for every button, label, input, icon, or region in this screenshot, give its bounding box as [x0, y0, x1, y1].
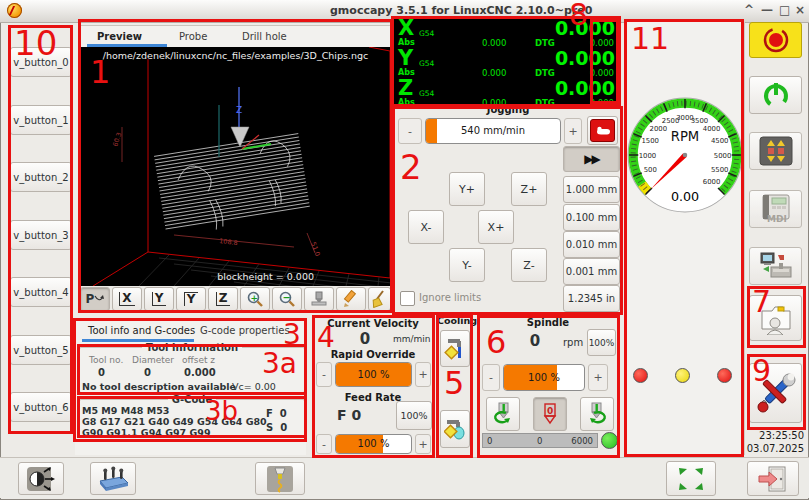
- z-axis-label: Z: [236, 105, 242, 115]
- jog-z-plus-button[interactable]: Z+: [511, 172, 547, 206]
- jog-speed-slider[interactable]: 540 mm/min: [425, 118, 561, 144]
- setup-page-button[interactable]: [749, 295, 802, 341]
- hand-icon: [595, 124, 611, 137]
- rapid-override-title: Rapid Override: [313, 349, 433, 360]
- close-icon[interactable]: ×: [795, 3, 805, 17]
- tab-tool-info[interactable]: Tool info and G-codes: [88, 325, 195, 336]
- spindle-override-slider[interactable]: 100 %: [503, 364, 585, 391]
- touch-plate-button[interactable]: [90, 462, 136, 495]
- mdi-mode-button[interactable]: MDI: [749, 190, 802, 228]
- clear-plot-button[interactable]: [368, 287, 391, 311]
- dimension-label-bottom: 108.8: [219, 237, 238, 247]
- sidebar-v-button-1[interactable]: v_button_1: [10, 105, 72, 135]
- cooling-frame-title: Cooling: [437, 315, 473, 326]
- feed-override-plus-button[interactable]: +: [415, 434, 431, 454]
- spindle-override-minus-button[interactable]: -: [482, 364, 500, 391]
- spindle-rpm-unit: rpm: [563, 337, 583, 348]
- zoom-in-button[interactable]: +: [240, 287, 270, 311]
- feed-reset-button[interactable]: 100%: [396, 401, 432, 430]
- sidebar-v-button-0[interactable]: v_button_0: [10, 47, 72, 77]
- broom-icon: [371, 290, 389, 308]
- sidebar-v-button-6[interactable]: v_button_6: [10, 392, 72, 422]
- tab-gcode-properties[interactable]: G-code properties: [200, 325, 290, 336]
- exit-button[interactable]: [747, 461, 799, 496]
- tool-dimensions-button[interactable]: [304, 287, 334, 311]
- tab-probe[interactable]: Probe: [179, 31, 207, 42]
- feed-override-minus-button[interactable]: -: [316, 434, 332, 454]
- mist-coolant-button[interactable]: [440, 410, 470, 448]
- edit-gcode-button[interactable]: [336, 287, 366, 311]
- spindle-bar-current: 0: [537, 436, 542, 446]
- tool-measure-button[interactable]: [255, 462, 305, 495]
- gremlin-3d-preview[interactable]: /home/zdenek/linuxcnc/nc_files/examples/…: [79, 47, 392, 286]
- tab-preview[interactable]: Preview: [97, 31, 142, 42]
- keep-above-icon[interactable]: ^: [744, 3, 754, 17]
- jog-z-minus-button[interactable]: Z-: [511, 248, 547, 282]
- jog-y-minus-button[interactable]: Y-: [449, 248, 485, 282]
- svg-text:5500: 5500: [711, 166, 729, 174]
- estop-button[interactable]: [749, 22, 802, 58]
- gcode-frame: G-Code M5 M9 M48 M53 G8 G17 G21 G40 G49 …: [79, 399, 305, 438]
- spindle-reset-button[interactable]: 100%: [587, 329, 616, 356]
- sidebar-v-button-3[interactable]: v_button_3: [10, 220, 72, 250]
- ignore-limits-label: Ignore limits: [419, 292, 481, 303]
- machine-on-button[interactable]: [749, 76, 802, 114]
- spindle-override-plus-button[interactable]: +: [588, 364, 608, 391]
- spindle-cw-button[interactable]: [580, 397, 614, 431]
- settings-button[interactable]: [749, 363, 802, 423]
- gmoccapy-window: gmoccapy 3.5.1 for LinuxCNC 2.10.0~pre0 …: [0, 0, 809, 500]
- increment-inch-button[interactable]: 1.2345 in: [563, 285, 620, 312]
- gcode-frame-title: G-Code: [168, 394, 217, 405]
- loaded-file-path: /home/zdenek/linuxcnc/nc_files/examples/…: [79, 50, 392, 61]
- jog-speed-minus-button[interactable]: -: [398, 118, 422, 144]
- dro-y-letter: Y: [398, 46, 413, 70]
- spindle-rpm-value: 0: [520, 332, 550, 350]
- jog-mode-button[interactable]: [587, 116, 618, 145]
- gcode-f-word: F 0: [266, 408, 287, 419]
- increment-0001mm-button[interactable]: 0.001 mm: [563, 258, 620, 285]
- auto-mode-button[interactable]: [749, 247, 802, 285]
- sidebar-v-button-2[interactable]: v_button_2: [10, 162, 72, 192]
- spindle-ccw-button[interactable]: [486, 397, 520, 431]
- svg-text:3500: 3500: [691, 117, 709, 125]
- jog-x-plus-button[interactable]: X+: [478, 210, 514, 244]
- dro-y-abs-value: 0.000: [482, 68, 506, 78]
- ignore-limits-checkbox[interactable]: [400, 291, 415, 306]
- view-y2-button[interactable]: Y: [176, 287, 206, 311]
- rotate-arrow-icon: [94, 295, 104, 303]
- maximize-icon[interactable]: □: [779, 3, 790, 17]
- increment-001mm-button[interactable]: 0.010 mm: [563, 231, 620, 258]
- flood-coolant-button[interactable]: [440, 330, 470, 367]
- dro-display[interactable]: X G54 0.000 Abs 0.000 DTG 0.000 Y G54 0.…: [392, 17, 620, 107]
- tab-drill-hole[interactable]: Drill hole: [242, 31, 287, 42]
- annotation-label-5: 5: [444, 367, 464, 399]
- zoom-out-button[interactable]: −: [272, 287, 302, 311]
- manual-mode-button[interactable]: [749, 132, 802, 170]
- view-y-button[interactable]: Y: [144, 287, 174, 311]
- feed-override-slider[interactable]: 100 %: [335, 434, 412, 454]
- minimize-icon[interactable]: —: [761, 3, 773, 17]
- view-x-button[interactable]: X: [112, 287, 142, 311]
- fullscreen-button[interactable]: [666, 461, 716, 496]
- rapid-override-slider[interactable]: 100 %: [335, 362, 412, 387]
- sidebar-v-button-5[interactable]: v_button_5: [10, 335, 72, 365]
- increment-1mm-button[interactable]: 1.000 mm: [563, 176, 620, 203]
- spindle-stop-button[interactable]: 0: [533, 397, 567, 431]
- view-z-button[interactable]: Z: [208, 287, 238, 311]
- dro-x-abs-value: 0.000: [482, 38, 506, 48]
- sidebar-v-button-4[interactable]: v_button_4: [10, 277, 72, 307]
- rapid-override-minus-button[interactable]: -: [316, 362, 332, 387]
- increment-01mm-button[interactable]: 0.100 mm: [563, 204, 620, 231]
- mdi-icon: MDI: [759, 194, 793, 224]
- spindle-load-bar: 0 0 6000: [482, 433, 598, 448]
- dro-x-value: 0.000: [555, 17, 615, 39]
- jog-rapid-button[interactable]: ▶▶: [563, 146, 620, 172]
- jog-speed-plus-button[interactable]: +: [564, 118, 582, 144]
- jog-x-minus-button[interactable]: X-: [408, 210, 444, 244]
- gauge-value: 0.00: [671, 189, 699, 204]
- jog-y-plus-button[interactable]: Y+: [449, 172, 485, 206]
- rapid-override-plus-button[interactable]: +: [415, 362, 431, 387]
- zero-origin-button[interactable]: [18, 462, 64, 495]
- view-perspective-button[interactable]: P: [80, 287, 110, 311]
- x-view-glyph: X: [119, 292, 134, 306]
